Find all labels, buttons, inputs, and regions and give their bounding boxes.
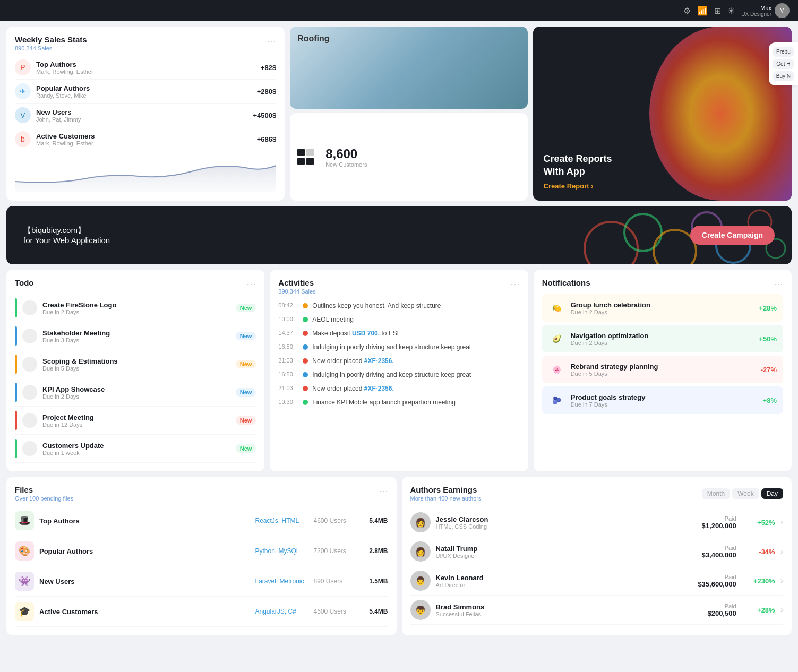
author-name: Kevin Leonard [436,574,683,582]
banner-text: 【biqubiqу.com】 for Your Web Application [23,226,110,245]
period-month-button[interactable]: Month [702,488,730,499]
file-item: 👾 New Users Laravel, Metronic 890 Users … [15,566,388,597]
activity-text: Indulging in poorly driving and keep str… [312,371,519,378]
author-item: 👩 Jessie Clarcson HTML, CSS Coding Paid … [410,508,784,537]
author-role: Art Director [436,582,683,588]
author-role: Successful Fellas [436,611,683,617]
search-icon[interactable]: ⚙ [683,6,691,16]
sidebar-peek-item-geth[interactable]: Get H [773,59,794,69]
todo-badge: New [236,444,256,453]
todo-header: Todo ⋯ [15,278,256,290]
notification-pct: +50% [759,335,777,343]
author-paid-label: Paid [689,603,736,609]
todo-bar [15,439,17,458]
todo-menu-icon[interactable]: ⋯ [246,278,256,290]
activity-text: Make deposit USD 700. to ESL [312,330,519,337]
activity-item: 16:50 Indulging in poorly driving and ke… [278,368,519,382]
author-chevron-icon[interactable]: › [780,547,783,556]
sidebar-peek-item-prebu[interactable]: Prebu [773,47,794,57]
weekly-sales-menu-icon[interactable]: ⋯ [267,35,276,47]
author-chevron-icon[interactable]: › [780,518,783,527]
todo-list: Create FireStone Logo Due in 2 Days New … [15,294,256,463]
activity-dot [303,303,308,308]
sales-item: ✈ Popular Authors Randy, Steve, Mike +28… [15,80,276,104]
activity-text: Finance KPI Mobile app launch prepartion… [312,399,519,406]
sales-item-icon: ✈ [15,83,31,99]
author-pct: -34% [746,548,775,556]
author-pct: +28% [746,606,775,614]
author-chevron-icon[interactable]: › [780,605,783,615]
todo-icon [22,441,37,456]
activity-time: 10:30 [278,399,298,405]
activity-link[interactable]: #XF-2356. [364,385,394,392]
author-chevron-icon[interactable]: › [780,576,783,585]
author-avatar: 👦 [410,600,431,620]
file-size: 5.4MB [362,517,388,524]
sales-list: P Top Authors Mark, Rowling, Esther +82$… [15,56,276,151]
svg-point-0 [585,222,638,264]
user-name: Max [741,5,771,11]
file-icon: 🎩 [15,511,34,530]
topbar: ⚙ 📶 ⊞ ☀ Max UX Designer M [0,0,798,21]
notifications-menu-icon[interactable]: ⋯ [774,278,783,290]
activities-list: 08:42 Outlines keep you honest. And keep… [278,299,519,409]
notification-name: Group lunch celebration [571,301,754,309]
todo-name: Project Meeting [42,413,236,421]
row-3: Todo ⋯ Create FireStone Logo Due in 2 Da… [6,270,792,471]
notification-info: Navigation optimization Due in 2 Days [571,332,754,346]
brightness-icon[interactable]: ☀ [727,6,735,16]
sidebar-peek-item-buyn[interactable]: Buy N [773,71,794,81]
sales-item-name: Popular Authors [36,84,257,92]
sales-item-sub: Mark, Rowling, Esther [36,68,261,75]
file-size: 1.5MB [362,578,388,585]
file-tech: Laravel, Metronic [255,578,308,585]
sales-item-sub: Mark, Rowling, Esther [36,140,257,147]
sales-item-info: Top Authors Mark, Rowling, Esther [36,61,261,75]
avatar[interactable]: M [775,3,790,18]
main-content: Weekly Sales Stats 890,344 Sales ⋯ P Top… [0,21,798,641]
file-icon: 🎨 [15,541,34,561]
notification-due: Due in 5 Days [571,371,756,377]
sales-item-amount: +4500$ [253,111,276,119]
file-size: 2.8MB [362,547,388,555]
author-item: 👦 Brad Simmons Successful Fellas Paid $2… [410,596,784,625]
todo-bar [15,326,17,346]
sales-item-sub: Randy, Steve, Mike [36,92,257,99]
activity-dot [303,372,308,377]
author-name: Brad Simmons [436,603,683,611]
files-menu-icon[interactable]: ⋯ [379,485,388,497]
file-users: 4600 Users [314,517,356,524]
todo-due: Due in 3 Days [42,337,236,343]
files-subtitle: Over 100 pending files [15,495,73,502]
sales-item-name: New Users [36,108,253,116]
file-name: Popular Authors [39,547,250,555]
todo-info: Customers Update Due in 1 week [42,442,236,456]
file-name: Top Authors [39,517,250,525]
activity-link[interactable]: USD 700. [352,330,380,337]
create-campaign-button[interactable]: Create Campaign [690,226,775,245]
sales-item-sub: John, Pat, Jimmy [36,116,253,123]
activity-time: 14:37 [278,330,298,336]
notification-due: Due in 2 Days [571,340,754,346]
notifications-card: Notifications ⋯ 🍋 Group lunch celebratio… [534,270,792,471]
activity-item: 21:03 New order placed #XF-2356. [278,354,519,368]
file-tech: Python, MySQL [255,547,308,555]
notifications-header: Notifications ⋯ [542,278,783,290]
activity-item: 08:42 Outlines keep you honest. And keep… [278,299,519,313]
grid-icon[interactable]: ⊞ [714,6,721,16]
signal-icon[interactable]: 📶 [697,6,708,16]
todo-info: KPI App Showcase Due in 2 Days [42,385,236,400]
author-paid-section: Paid $3,400,000 [689,545,736,559]
todo-icon [22,385,37,400]
notification-info: Product goals strategy Due in 7 Days [571,393,758,408]
activities-menu-icon[interactable]: ⋯ [510,278,520,290]
activity-link[interactable]: #XF-2356. [364,357,394,365]
author-info: Jessie Clarcson HTML, CSS Coding [436,515,683,530]
period-day-button[interactable]: Day [761,488,783,499]
period-week-button[interactable]: Week [732,488,759,499]
todo-info: Project Meeting Due in 12 Days [42,413,236,428]
weekly-sales-title: Weekly Sales Stats [15,35,87,44]
create-report-link[interactable]: Create Report › [544,182,612,190]
activities-header: Activities 890,344 Sales ⋯ [278,278,519,295]
author-info: Kevin Leonard Art Director [436,574,683,588]
